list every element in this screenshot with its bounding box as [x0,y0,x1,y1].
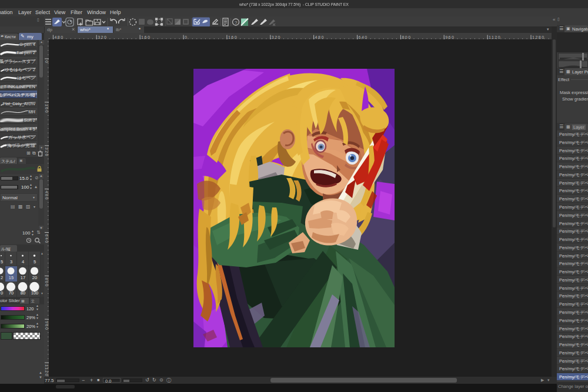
svg-text:1280: 1280 [532,35,545,39]
svg-text:1120: 1120 [45,364,49,377]
svg-text:960: 960 [445,35,455,39]
svg-text:?: ? [235,20,238,25]
svg-text:20: 20 [32,275,37,280]
svg-text:70: 70 [9,290,14,296]
svg-text:160: 160 [228,35,238,39]
svg-text:480: 480 [54,35,64,39]
svg-text:480: 480 [315,35,325,39]
svg-text:15: 15 [9,275,14,280]
svg-text:1120: 1120 [489,35,501,39]
svg-text:100: 100 [31,290,39,296]
svg-text:5: 5 [1,259,3,264]
svg-text:960: 960 [45,321,49,330]
svg-text:80: 80 [21,290,25,296]
svg-text:5: 5 [34,259,36,264]
svg-text:640: 640 [45,234,49,244]
svg-text:640: 640 [359,35,368,39]
svg-text:0: 0 [1,290,3,296]
svg-text:2: 2 [1,275,3,280]
svg-text:800: 800 [45,277,49,287]
svg-text:480: 480 [45,191,49,200]
svg-text:0: 0 [45,61,49,63]
svg-text:800: 800 [402,35,411,39]
svg-text:320: 320 [98,35,107,39]
svg-text:320: 320 [272,35,281,39]
svg-text:3: 3 [10,259,12,264]
svg-text:320: 320 [45,148,49,157]
svg-text:0: 0 [185,35,188,39]
svg-text:4: 4 [22,259,24,264]
svg-text:17: 17 [21,275,25,280]
svg-text:160: 160 [45,104,49,113]
svg-text:160: 160 [141,35,151,39]
